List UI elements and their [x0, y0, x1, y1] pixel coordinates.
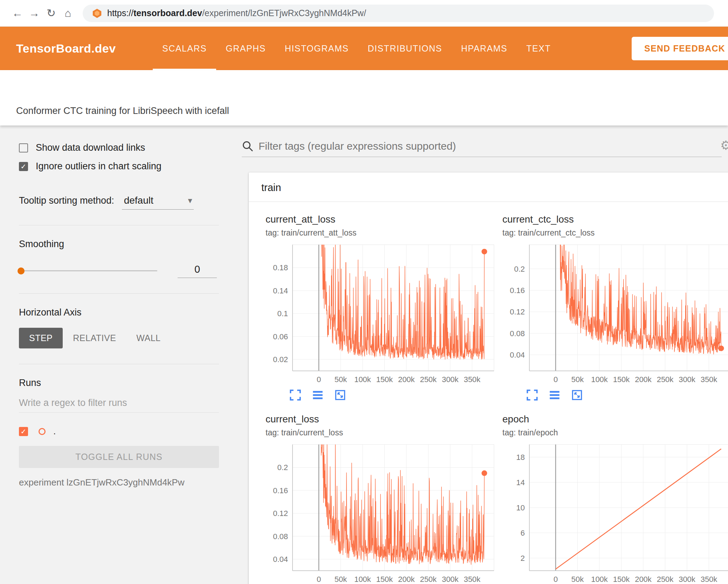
chart-block-epoch: epoch tag: train/epoch 26101418050k100k1… [502, 414, 728, 584]
svg-text:200k: 200k [635, 575, 652, 584]
svg-text:350k: 350k [701, 375, 718, 384]
svg-text:350k: 350k [464, 575, 481, 584]
tooltip-sorting-value: default [124, 195, 153, 206]
svg-text:150k: 150k [376, 375, 393, 384]
svg-text:50k: 50k [335, 375, 347, 384]
ignore-outliers-row: ✓ Ignore outliers in chart scaling [19, 161, 219, 172]
smoothing-slider[interactable] [19, 270, 157, 271]
tooltip-sorting-label: Tooltip sorting method: [19, 195, 114, 206]
svg-text:300k: 300k [679, 575, 696, 584]
fullscreen-icon[interactable] [289, 388, 302, 402]
chart-tag: tag: train/current_ctc_loss [502, 228, 728, 238]
ignore-outliers-label: Ignore outliers in chart scaling [36, 161, 162, 172]
svg-text:0.08: 0.08 [273, 532, 288, 541]
gear-icon[interactable]: ⚙ [720, 138, 728, 153]
fullscreen-icon[interactable] [526, 388, 539, 402]
svg-text:0.12: 0.12 [510, 307, 525, 316]
chart-title: current_loss [266, 414, 502, 425]
run-row: ✓ . [19, 426, 219, 437]
runs-label: Runs [19, 378, 219, 388]
chart-block-current-loss: current_loss tag: train/current_loss 0.0… [266, 414, 502, 584]
show-download-row: Show data download links [19, 142, 219, 153]
runs-filter-input[interactable] [19, 398, 219, 413]
tab-hparams[interactable]: HPARAMS [452, 27, 517, 70]
chart-tag: tag: train/current_loss [266, 428, 502, 437]
tab-text[interactable]: TEXT [517, 27, 560, 70]
chart-tag: tag: train/epoch [502, 428, 728, 437]
smoothing-slider-thumb[interactable] [18, 267, 25, 274]
svg-text:0: 0 [317, 375, 321, 384]
svg-text:200k: 200k [398, 575, 415, 584]
ignore-outliers-checkbox[interactable]: ✓ [19, 162, 28, 171]
address-bar[interactable]: https://tensorboard.dev/experiment/lzGnE… [83, 5, 714, 22]
reload-icon[interactable]: ↻ [43, 7, 60, 20]
svg-text:150k: 150k [376, 575, 393, 584]
svg-text:200k: 200k [398, 375, 415, 384]
app-header: TensorBoard.dev SCALARS GRAPHS HISTOGRAM… [0, 27, 728, 70]
train-group-header[interactable]: train [249, 172, 728, 202]
svg-text:350k: 350k [464, 375, 481, 384]
svg-text:350k: 350k [701, 575, 718, 584]
run-color-swatch[interactable] [39, 428, 46, 435]
forward-icon[interactable]: → [26, 7, 43, 20]
run-checkbox[interactable]: ✓ [19, 427, 28, 436]
svg-text:150k: 150k [613, 375, 630, 384]
svg-text:250k: 250k [657, 575, 674, 584]
data-download-icon[interactable] [311, 388, 324, 402]
svg-text:6: 6 [521, 529, 525, 537]
chevron-down-icon: ▾ [188, 196, 192, 205]
url-path: /experiment/lzGnETjwRxC3yghNMd4kPw/ [202, 8, 366, 18]
svg-text:0.16: 0.16 [273, 486, 288, 495]
tab-distributions[interactable]: DISTRIBUTIONS [358, 27, 452, 70]
chart-current-att-loss: 0.020.060.10.140.18050k100k150k200k250k3… [266, 243, 497, 387]
smoothing-value-input[interactable] [178, 264, 217, 278]
content: Show data download links ✓ Ignore outlie… [0, 125, 728, 584]
axis-step-button[interactable]: STEP [19, 328, 63, 348]
tooltip-sorting-dropdown[interactable]: default ▾ [122, 195, 194, 210]
home-icon[interactable]: ⌂ [60, 7, 76, 20]
settings-sidebar: Show data download links ✓ Ignore outlie… [0, 125, 235, 584]
tab-histograms[interactable]: HISTOGRAMS [275, 27, 358, 70]
main-panel: ⚙ train current_att_loss tag: train/curr… [235, 125, 728, 584]
charts-grid: current_att_loss tag: train/current_att_… [249, 202, 728, 584]
svg-text:0: 0 [554, 575, 558, 584]
send-feedback-button[interactable]: SEND FEEDBACK [632, 37, 728, 60]
svg-text:100k: 100k [591, 575, 608, 584]
svg-text:0.1: 0.1 [277, 309, 288, 318]
axis-wall-button[interactable]: WALL [126, 328, 171, 348]
url-domain: tensorboard.dev [133, 8, 202, 18]
svg-text:250k: 250k [420, 575, 437, 584]
brand-logo[interactable]: TensorBoard.dev [16, 42, 132, 55]
back-icon[interactable]: ← [9, 7, 26, 20]
tag-filter-input[interactable] [259, 140, 722, 152]
svg-text:250k: 250k [420, 375, 437, 384]
chart-title: epoch [502, 414, 728, 425]
fit-domain-icon[interactable] [334, 388, 347, 402]
svg-text:150k: 150k [613, 575, 630, 584]
svg-text:14: 14 [516, 478, 525, 487]
svg-text:50k: 50k [571, 375, 584, 384]
tab-scalars[interactable]: SCALARS [153, 27, 216, 70]
tab-graphs[interactable]: GRAPHS [216, 27, 275, 70]
chart-block-current-ctc-loss: current_ctc_loss tag: train/current_ctc_… [502, 214, 728, 402]
svg-text:100k: 100k [354, 575, 371, 584]
svg-text:0.04: 0.04 [510, 351, 525, 359]
axis-relative-button[interactable]: RELATIVE [63, 328, 126, 348]
divider [19, 293, 219, 294]
data-download-icon[interactable] [548, 388, 561, 402]
smoothing-row [19, 264, 219, 278]
show-download-checkbox[interactable] [19, 143, 28, 152]
url-scheme: https:// [107, 8, 133, 18]
experiment-title: Conformer CTC training for LibriSpeech w… [16, 106, 229, 116]
svg-text:10: 10 [516, 503, 525, 512]
svg-text:0.14: 0.14 [273, 286, 288, 295]
toggle-all-runs-button[interactable]: TOGGLE ALL RUNS [19, 446, 219, 468]
smoothing-label: Smoothing [19, 239, 219, 250]
svg-text:50k: 50k [571, 575, 584, 584]
tooltip-sorting-row: Tooltip sorting method: default ▾ [19, 195, 219, 210]
svg-text:0: 0 [317, 575, 321, 584]
svg-text:0: 0 [554, 375, 558, 384]
svg-text:0.08: 0.08 [510, 329, 525, 338]
chart-epoch: 26101418050k100k150k200k250k300k350k [502, 442, 728, 584]
fit-domain-icon[interactable] [570, 388, 584, 402]
